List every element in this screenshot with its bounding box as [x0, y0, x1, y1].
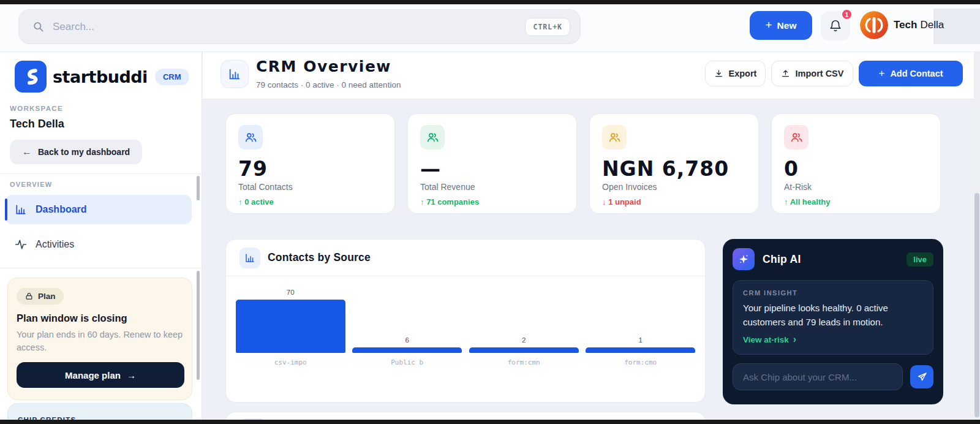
page-header: CRM Overview 79 contacts · 0 active · 0 …: [203, 52, 980, 99]
page-subtitle: 79 contacts · 0 active · 0 need attentio…: [256, 80, 401, 89]
divider: [0, 268, 202, 268]
bar-value-label: 6: [405, 336, 409, 344]
global-search[interactable]: CTRL+K: [18, 9, 581, 44]
page-title: CRM Overview: [256, 58, 391, 75]
export-button[interactable]: Export: [705, 61, 766, 86]
sidebar-item-activities[interactable]: Activities: [5, 230, 192, 259]
download-icon: [714, 69, 723, 78]
chart-icon-box: [239, 248, 260, 268]
stat-label: Open Invoices: [602, 182, 746, 192]
account-last-name: Della: [920, 19, 944, 31]
send-button[interactable]: [910, 365, 933, 388]
bar-category-label: Public b: [391, 358, 423, 367]
brand-name: startbuddi: [53, 67, 148, 86]
bar-value-label: 1: [639, 336, 643, 344]
chip-ai-input-row: [733, 363, 933, 390]
bar[interactable]: [236, 300, 345, 353]
chip-ai-title: Chip AI: [763, 253, 801, 266]
insight-text: Your pipeline looks healthy. 0 active cu…: [743, 301, 927, 329]
import-csv-button[interactable]: Import CSV: [771, 61, 853, 86]
sidebar-item-dashboard[interactable]: Dashboard: [5, 195, 192, 224]
brand: startbuddi CRM: [15, 61, 189, 93]
plus-icon: +: [766, 18, 772, 32]
stat-delta-text: All healthy: [790, 197, 831, 206]
search-icon: [32, 21, 44, 32]
page-scrollbar-thumb[interactable]: [974, 193, 979, 417]
search-shortcut-badge: CTRL+K: [525, 18, 570, 36]
stat-delta-text: 71 companies: [426, 197, 479, 206]
bar-group: 1form:cmo: [582, 285, 699, 367]
export-label: Export: [729, 69, 757, 78]
bar-chart-icon: [228, 67, 241, 81]
users-icon: [420, 125, 445, 150]
sparkle-icon: [733, 248, 755, 270]
bar-group: 6Public b: [349, 285, 466, 367]
bar-group: 70csv-impo: [232, 285, 349, 367]
window-edge-bottom: [0, 420, 980, 424]
back-to-dashboard-button[interactable]: ← Back to my dashboard: [10, 140, 142, 164]
arrow-up-icon: ↑: [784, 197, 788, 206]
bar-chart-icon: [244, 252, 255, 263]
bar[interactable]: [469, 347, 579, 353]
stat-value: 0: [784, 158, 928, 180]
stat-value: —: [420, 158, 564, 180]
bar[interactable]: [352, 347, 462, 353]
contacts-by-source-plot: 70csv-impo6Public b2form:cmn1form:cmo: [232, 285, 699, 367]
activity-icon: [15, 238, 27, 251]
nav-section-overview: OVERVIEW: [10, 181, 53, 188]
paper-plane-icon: [917, 372, 927, 382]
users-icon: [602, 125, 627, 150]
sidebar-item-label: Activities: [36, 239, 74, 250]
plan-body: Your plan ends in 60 days. Renew to keep…: [17, 328, 186, 354]
lock-icon: [24, 292, 34, 301]
stat-delta: ↑ 0 active: [238, 197, 382, 206]
add-contact-label: Add Contact: [890, 69, 943, 78]
notification-badge: 1: [841, 9, 853, 20]
page-scrollbar-track[interactable]: [974, 52, 980, 420]
chart-title: Contacts by Source: [268, 251, 371, 264]
insight-label: CRM INSIGHT: [743, 289, 923, 297]
back-button-label: Back to my dashboard: [38, 147, 130, 157]
stat-card-total-contacts: 79 Total Contacts ↑ 0 active: [225, 113, 395, 214]
stat-card-at-risk: 0 At-Risk ↑ All healthy: [771, 113, 941, 214]
live-status-badge: live: [907, 252, 933, 267]
chip-ai-input[interactable]: [733, 363, 903, 390]
manage-plan-label: Manage plan: [65, 370, 121, 380]
sidebar-scrollbar-thumb[interactable]: [197, 176, 200, 200]
chip-ai-panel: Chip AI live CRM INSIGHT Your pipeline l…: [723, 239, 943, 404]
bar-value-label: 2: [522, 336, 526, 344]
new-button[interactable]: + New: [750, 11, 812, 40]
plus-icon: +: [878, 67, 884, 80]
divider: [0, 173, 202, 174]
plan-badge-label: Plan: [38, 292, 56, 301]
stat-delta-text: 0 active: [244, 197, 274, 206]
plan-title: Plan window is closing: [17, 312, 183, 324]
import-csv-label: Import CSV: [796, 69, 844, 78]
startbuddi-logo-icon[interactable]: [15, 61, 47, 93]
arrow-up-icon: ↑: [420, 197, 424, 206]
bar-value-label: 70: [287, 289, 295, 296]
upload-icon: [781, 69, 790, 78]
users-icon: [238, 125, 263, 150]
active-accent-bar: [5, 199, 7, 221]
manage-plan-button[interactable]: Manage plan →: [17, 362, 184, 388]
plan-card: Plan Plan window is closing Your plan en…: [7, 278, 192, 400]
bar-group: 2form:cmn: [466, 285, 582, 367]
stat-label: At-Risk: [784, 182, 928, 192]
chart-header: Contacts by Source: [226, 240, 705, 276]
bar-category-label: form:cmo: [624, 358, 657, 367]
view-at-risk-label: View at-risk: [743, 335, 789, 344]
notifications-button[interactable]: 1: [821, 11, 850, 40]
search-input[interactable]: [53, 21, 525, 33]
add-contact-button[interactable]: + Add Contact: [859, 61, 963, 86]
arrow-down-icon: ↓: [602, 197, 606, 206]
users-icon: [784, 125, 809, 150]
account-first-name: Tech: [894, 19, 917, 31]
sidebar-scrollbar-thumb[interactable]: [197, 271, 200, 380]
view-at-risk-link[interactable]: View at-risk ›: [743, 334, 796, 345]
stat-value: NGN 6,780: [602, 158, 746, 180]
brand-crm-badge: CRM: [155, 69, 189, 85]
bar[interactable]: [586, 347, 695, 353]
account-avatar[interactable]: [860, 11, 888, 39]
account-name[interactable]: TechDella: [894, 19, 944, 31]
